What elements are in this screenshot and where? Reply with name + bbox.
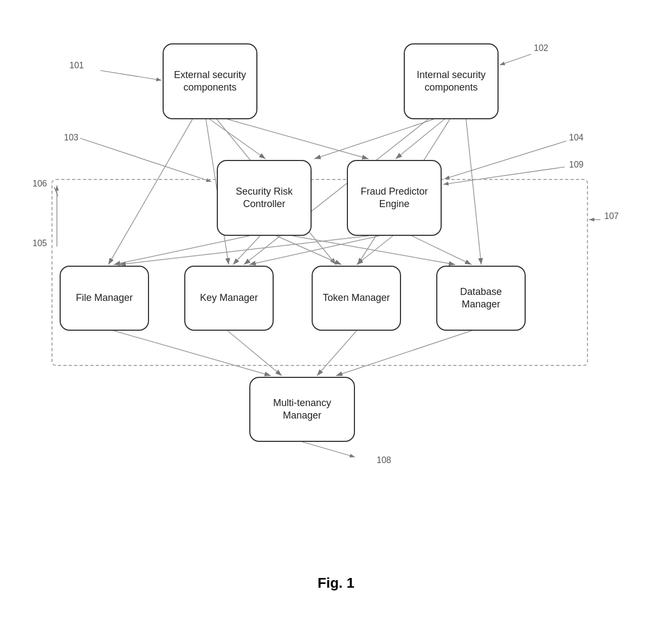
internal-security-label: Internal security components	[410, 69, 492, 94]
svg-line-7	[396, 119, 444, 159]
ref-101: 101	[69, 61, 84, 70]
svg-line-26	[80, 138, 211, 182]
node-key-manager: Key Manager	[184, 266, 274, 331]
fraud-predictor-label: Fraud Predictor Engine	[353, 185, 435, 211]
svg-line-8	[314, 119, 434, 159]
svg-line-25	[500, 54, 531, 65]
token-manager-label: Token Manager	[322, 292, 390, 304]
node-database-manager: Database Manager	[436, 266, 526, 331]
ref-102: 102	[534, 43, 548, 53]
node-file-manager: File Manager	[60, 266, 149, 331]
svg-line-2	[210, 119, 266, 159]
external-security-label: External security components	[169, 69, 251, 94]
node-fraud-predictor: Fraud Predictor Engine	[347, 160, 442, 236]
multitenancy-manager-label: Multi-tenancy Manager	[256, 397, 348, 422]
diagram-container: External security components Internal se…	[0, 0, 672, 569]
ref-109: 109	[569, 160, 584, 170]
node-token-manager: Token Manager	[312, 266, 401, 331]
figure-label: Fig. 1	[0, 575, 672, 592]
ref-106: 106	[33, 179, 47, 189]
svg-line-31	[302, 442, 355, 457]
node-internal-security: Internal security components	[404, 43, 499, 119]
key-manager-label: Key Manager	[200, 292, 258, 304]
fig-label-text: Fig. 1	[318, 575, 354, 591]
ref-103: 103	[64, 133, 79, 143]
svg-line-27	[444, 141, 566, 179]
svg-line-6	[228, 119, 369, 159]
database-manager-label: Database Manager	[443, 286, 519, 311]
file-manager-label: File Manager	[76, 292, 133, 304]
ref-108: 108	[377, 455, 391, 465]
ref-104: 104	[569, 133, 584, 143]
node-external-security: External security components	[163, 43, 257, 119]
svg-line-24	[100, 70, 161, 80]
node-security-risk-controller: Security Risk Controller	[217, 160, 312, 236]
ref-105: 105	[33, 239, 47, 248]
security-risk-label: Security Risk Controller	[223, 185, 305, 211]
node-multitenancy-manager: Multi-tenancy Manager	[249, 377, 355, 442]
ref-107: 107	[604, 211, 619, 221]
